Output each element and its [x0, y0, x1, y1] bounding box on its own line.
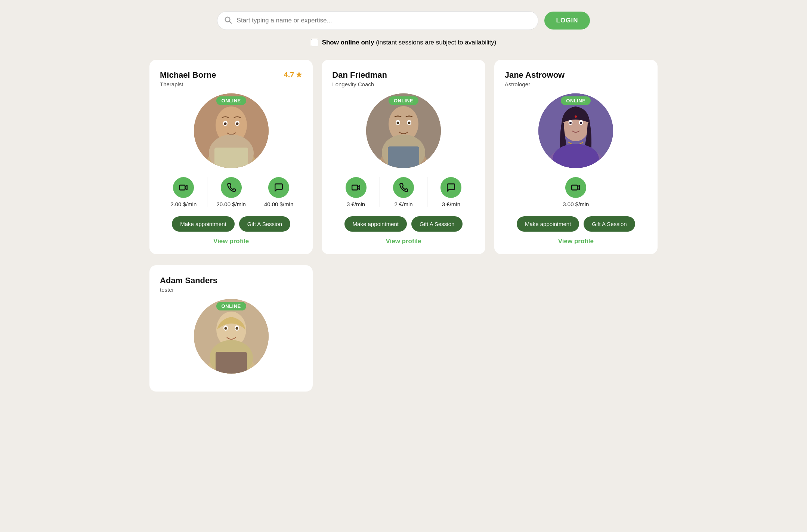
view-profile-jane[interactable]: View profile: [505, 238, 647, 245]
provider-card-michael: Michael Borne Therapist 4.7 ★ ONLINE: [149, 60, 313, 254]
service-video-dan: 3 €/min: [332, 177, 379, 207]
provider-name-dan: Dan Friedman: [332, 70, 387, 80]
appointment-btn-dan[interactable]: Make appointment: [344, 216, 407, 232]
svg-line-1: [229, 21, 231, 23]
action-btns-dan: Make appointment Gift A Session: [332, 216, 474, 232]
card-header-dan: Dan Friedman Longevity Coach: [332, 70, 474, 87]
svg-point-29: [575, 115, 577, 118]
online-badge-michael: ONLINE: [216, 96, 246, 105]
online-badge-jane: ONLINE: [561, 96, 591, 105]
online-only-checkbox[interactable]: [311, 39, 318, 46]
provider-info-adam: Adam Sanders tester: [160, 276, 217, 293]
card-header-adam: Adam Sanders tester: [160, 276, 302, 293]
services-row-jane: 3.00 $/min: [505, 177, 647, 207]
service-chat-dan: 3 €/min: [427, 177, 474, 207]
price-phone-dan: 2 €/min: [394, 201, 412, 207]
service-phone-michael: 20.00 $/min: [207, 177, 254, 207]
price-video-michael: 2.00 $/min: [170, 201, 197, 207]
svg-rect-11: [179, 185, 185, 190]
svg-point-37: [224, 327, 227, 330]
svg-point-18: [408, 122, 410, 124]
price-video-jane: 3.00 $/min: [563, 201, 589, 207]
phone-icon-dan: [393, 177, 414, 198]
price-chat-dan: 3 €/min: [442, 201, 460, 207]
service-video-michael: 2.00 $/min: [160, 177, 207, 207]
services-row-michael: 2.00 $/min 20.00 $/min 40.00 $/min: [160, 177, 302, 207]
price-video-dan: 3 €/min: [347, 201, 365, 207]
provider-role-dan: Longevity Coach: [332, 81, 387, 87]
provider-info-michael: Michael Borne Therapist: [160, 70, 216, 87]
price-phone-michael: 20.00 $/min: [216, 201, 245, 207]
appointment-btn-jane[interactable]: Make appointment: [517, 216, 579, 232]
chat-icon-dan: [440, 177, 461, 198]
gift-btn-michael[interactable]: Gift A Session: [239, 216, 290, 232]
provider-role-jane: Astrologer: [505, 81, 565, 87]
svg-rect-31: [572, 185, 577, 190]
top-bar: LOGIN: [149, 11, 658, 30]
view-profile-michael[interactable]: View profile: [160, 238, 302, 245]
provider-role-adam: tester: [160, 287, 217, 293]
action-btns-michael: Make appointment Gift A Session: [160, 216, 302, 232]
service-video-jane: 3.00 $/min: [505, 177, 647, 207]
price-chat-michael: 40.00 $/min: [264, 201, 293, 207]
svg-point-38: [235, 327, 238, 330]
avatar-wrap-jane: ONLINE: [505, 93, 647, 168]
svg-point-8: [236, 123, 238, 125]
gift-btn-dan[interactable]: Gift A Session: [411, 216, 463, 232]
login-button[interactable]: LOGIN: [544, 12, 590, 30]
action-btns-jane: Make appointment Gift A Session: [505, 216, 647, 232]
providers-grid: Michael Borne Therapist 4.7 ★ ONLINE: [149, 60, 658, 254]
provider-card-jane: Jane Astrowow Astrologer ONLINE: [494, 60, 658, 254]
svg-rect-10: [214, 148, 248, 168]
search-container: [217, 11, 538, 30]
search-icon: [224, 16, 232, 25]
provider-role-michael: Therapist: [160, 81, 216, 87]
filter-label: Show online only (instant sessions are s…: [322, 39, 497, 46]
filter-row: Show online only (instant sessions are s…: [7, 39, 800, 46]
video-icon-jane: [565, 177, 586, 198]
online-badge-adam: ONLINE: [216, 302, 246, 310]
svg-point-28: [580, 122, 582, 124]
svg-rect-20: [388, 146, 419, 168]
video-icon-michael: [173, 177, 194, 198]
appointment-btn-michael[interactable]: Make appointment: [172, 216, 234, 232]
provider-info-dan: Dan Friedman Longevity Coach: [332, 70, 387, 87]
provider-name-adam: Adam Sanders: [160, 276, 217, 285]
star-icon-michael: ★: [296, 70, 302, 79]
card-header-michael: Michael Borne Therapist 4.7 ★: [160, 70, 302, 87]
svg-rect-21: [352, 185, 358, 190]
avatar-wrap-michael: ONLINE: [160, 93, 302, 168]
provider-name-jane: Jane Astrowow: [505, 70, 565, 80]
provider-card-adam: Adam Sanders tester ONLINE: [149, 265, 313, 392]
svg-point-17: [396, 122, 399, 124]
providers-grid-row2: Adam Sanders tester ONLINE: [149, 265, 658, 392]
phone-icon-michael: [221, 177, 242, 198]
avatar-wrap-adam: ONLINE: [160, 299, 302, 374]
svg-point-27: [569, 122, 572, 124]
svg-point-7: [224, 123, 226, 125]
online-badge-dan: ONLINE: [389, 96, 418, 105]
services-row-dan: 3 €/min 2 €/min 3 €/min: [332, 177, 474, 207]
provider-card-dan: Dan Friedman Longevity Coach ONLINE: [322, 60, 485, 254]
card-header-jane: Jane Astrowow Astrologer: [505, 70, 647, 87]
gift-btn-jane[interactable]: Gift A Session: [584, 216, 635, 232]
provider-info-jane: Jane Astrowow Astrologer: [505, 70, 565, 87]
search-input[interactable]: [217, 11, 538, 30]
view-profile-dan[interactable]: View profile: [332, 238, 474, 245]
avatar-wrap-dan: ONLINE: [332, 93, 474, 168]
chat-icon-michael: [268, 177, 289, 198]
provider-rating-michael: 4.7 ★: [284, 70, 303, 79]
video-icon-dan: [346, 177, 367, 198]
provider-name-michael: Michael Borne: [160, 70, 216, 80]
service-chat-michael: 40.00 $/min: [255, 177, 302, 207]
service-phone-dan: 2 €/min: [380, 177, 427, 207]
svg-rect-40: [216, 352, 247, 374]
